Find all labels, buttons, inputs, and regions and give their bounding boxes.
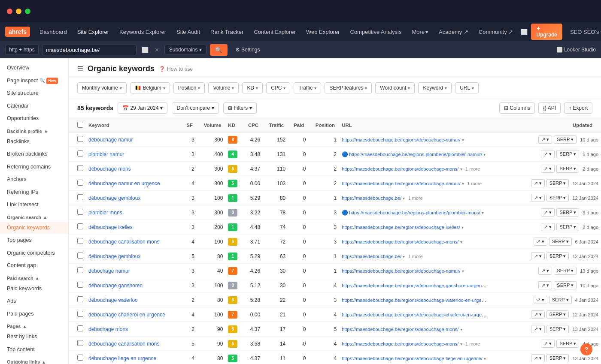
sidebar-item-backlinks[interactable]: Backlinks bbox=[0, 135, 68, 148]
trend-button[interactable]: ↗ ▾ bbox=[538, 135, 552, 144]
sidebar-item-link-intersect[interactable]: Link intersect bbox=[0, 199, 68, 211]
url-link[interactable]: https://maesdebouchage.be/regions/debouc… bbox=[342, 283, 488, 289]
sidebar-section-pages[interactable]: Pages ▲ bbox=[0, 320, 68, 331]
nav-site-explorer[interactable]: Site Explorer bbox=[73, 26, 113, 38]
export-button[interactable]: ↑ Export bbox=[564, 102, 592, 114]
url-filter[interactable]: URL ▾ bbox=[455, 82, 479, 93]
url-link[interactable]: https://maesdebouchage.be/ bbox=[342, 254, 401, 259]
nav-keywords-explorer[interactable]: Keywords Explorer bbox=[115, 26, 170, 38]
url-input[interactable] bbox=[42, 45, 137, 55]
sidebar-item-referring-domains[interactable]: Referring domains bbox=[0, 161, 68, 174]
row-checkbox[interactable] bbox=[77, 355, 83, 361]
keyword-link[interactable]: plombier mons bbox=[88, 210, 122, 216]
row-checkbox[interactable] bbox=[77, 136, 83, 142]
sidebar-section-paid[interactable]: Paid search ▲ bbox=[0, 272, 68, 283]
keyword-link[interactable]: débouchage canalisation mons bbox=[88, 239, 159, 245]
serp-button[interactable]: SERP ▾ bbox=[554, 135, 577, 144]
protocol-select[interactable]: http + https bbox=[5, 45, 39, 55]
trend-button[interactable]: ↗ ▾ bbox=[531, 179, 545, 187]
sidebar-item-opportunities[interactable]: Opportunities bbox=[0, 112, 68, 125]
serp-button[interactable]: SERP ▾ bbox=[556, 150, 579, 158]
serp-button[interactable]: SERP ▾ bbox=[556, 165, 579, 173]
th-volume[interactable]: Volume bbox=[197, 118, 225, 132]
row-checkbox[interactable] bbox=[77, 325, 83, 331]
search-button[interactable]: 🔍 bbox=[210, 44, 228, 56]
serp-button[interactable]: SERP ▾ bbox=[546, 325, 569, 333]
trend-button[interactable]: ↗ ▾ bbox=[538, 267, 552, 275]
serp-button[interactable]: SERP ▾ bbox=[556, 340, 579, 348]
nav-dashboard[interactable]: Dashboard bbox=[35, 26, 71, 38]
serp-button[interactable]: SERP ▾ bbox=[556, 223, 579, 231]
sidebar-item-referring-ips[interactable]: Referring IPs bbox=[0, 186, 68, 199]
row-checkbox[interactable] bbox=[77, 311, 83, 317]
url-dropdown-icon[interactable]: ▾ bbox=[462, 181, 464, 186]
sidebar-item-top-content[interactable]: Top content bbox=[0, 343, 68, 356]
th-traffic[interactable]: Traffic bbox=[263, 118, 288, 132]
url-link[interactable]: https://maesdebouchage.be/regions/debouc… bbox=[342, 137, 460, 142]
th-keyword[interactable]: Keyword bbox=[86, 118, 182, 132]
nav-more[interactable]: More ▾ bbox=[407, 26, 433, 38]
keyword-link[interactable]: debochage mons bbox=[88, 326, 128, 332]
nav-web-explorer[interactable]: Web Explorer bbox=[302, 26, 344, 38]
row-checkbox[interactable] bbox=[77, 150, 83, 156]
minimize-button[interactable] bbox=[16, 9, 21, 14]
serp-button[interactable]: SERP ▾ bbox=[546, 194, 569, 202]
nav-rank-tracker[interactable]: Rank Tracker bbox=[206, 26, 248, 38]
trend-button[interactable]: ↗ ▾ bbox=[534, 238, 547, 246]
keyword-link[interactable]: débouchage mons bbox=[88, 166, 131, 172]
url-link[interactable]: https://maesdebouchage.be/ bbox=[342, 196, 401, 201]
sidebar-item-ads[interactable]: Ads bbox=[0, 295, 68, 308]
subdomains-select[interactable]: Subdomains ▾ bbox=[164, 45, 206, 55]
more-link[interactable]: 1 more bbox=[408, 254, 423, 259]
trend-button[interactable]: ↗ ▾ bbox=[534, 296, 547, 304]
position-filter[interactable]: Position ▾ bbox=[173, 82, 205, 93]
country-filter[interactable]: 🇧🇪 Belgium ▾ bbox=[130, 82, 170, 93]
nav-competitive-analysis[interactable]: Competitive Analysis bbox=[346, 26, 406, 38]
looker-studio-button[interactable]: ⬜ Looker Studio bbox=[556, 47, 596, 53]
keyword-link[interactable]: débouchage gembloux bbox=[88, 195, 140, 201]
url-link[interactable]: https://maesdebouchage.be/regions/debouc… bbox=[342, 166, 458, 171]
sidebar-item-best-by-links[interactable]: Best by links bbox=[0, 331, 68, 343]
url-dropdown-icon[interactable]: ▾ bbox=[460, 167, 462, 171]
trend-button[interactable]: ↗ ▾ bbox=[531, 310, 545, 319]
url-link[interactable]: https://maesdebouchage.be/regions/debouc… bbox=[342, 225, 460, 230]
sidebar-item-content-gap[interactable]: Content gap bbox=[0, 259, 68, 272]
url-dropdown-icon[interactable]: ▾ bbox=[484, 356, 486, 361]
row-checkbox[interactable] bbox=[77, 209, 83, 215]
serp-button[interactable]: SERP ▾ bbox=[546, 179, 569, 187]
trend-button[interactable]: ↗ ▾ bbox=[531, 194, 545, 202]
url-link[interactable]: https://maesdebouchage.be/regions/debouc… bbox=[342, 312, 488, 318]
more-link[interactable]: 1 more bbox=[465, 341, 480, 346]
th-position[interactable]: Position bbox=[308, 118, 339, 132]
sidebar-item-organic-competitors[interactable]: Organic competitors bbox=[0, 247, 68, 260]
more-link[interactable]: 1 more bbox=[467, 181, 482, 186]
hamburger-icon[interactable]: ☰ bbox=[77, 65, 83, 73]
trend-button[interactable]: ↗ ▾ bbox=[531, 354, 545, 362]
settings-button[interactable]: ⚙ Settings bbox=[231, 45, 264, 54]
sidebar-item-paid-pages[interactable]: Paid pages bbox=[0, 308, 68, 321]
url-link[interactable]: https://maesdebouchage.be/regions-plombe… bbox=[349, 152, 482, 157]
url-link[interactable]: https://maesdebouchage.be/regions/debouc… bbox=[342, 356, 483, 361]
sidebar-item-top-pages[interactable]: Top pages bbox=[0, 234, 68, 247]
volume-filter[interactable]: Volume ▾ bbox=[208, 82, 239, 93]
url-link[interactable]: https://maesdebouchage.be/regions/debouc… bbox=[342, 327, 458, 332]
api-button[interactable]: {} API bbox=[538, 102, 561, 114]
url-link[interactable]: https://maesdebouchage.be/regions/debouc… bbox=[342, 341, 458, 346]
serp-features-filter[interactable]: SERP features ▾ bbox=[325, 82, 372, 93]
traffic-filter[interactable]: Traffic ▾ bbox=[294, 82, 321, 93]
serp-button[interactable]: SERP ▾ bbox=[556, 208, 579, 217]
url-dropdown-icon[interactable]: ▾ bbox=[462, 269, 464, 274]
close-url-icon[interactable]: ✕ bbox=[153, 46, 161, 54]
row-checkbox[interactable] bbox=[77, 340, 83, 346]
row-checkbox[interactable] bbox=[77, 223, 83, 229]
cpc-filter[interactable]: CPC ▾ bbox=[266, 82, 290, 93]
url-dropdown-icon[interactable]: ▾ bbox=[403, 254, 405, 259]
url-link[interactable]: https://maesdebouchage.be/regions/debouc… bbox=[342, 297, 488, 303]
keyword-link[interactable]: débouchage charleroi en urgence bbox=[88, 312, 165, 318]
date-button[interactable]: 📅 29 Jan 2024 ▾ bbox=[118, 102, 167, 114]
select-all-checkbox[interactable] bbox=[77, 122, 83, 128]
trend-button[interactable]: ↗ ▾ bbox=[541, 223, 555, 231]
sidebar-section-outgoing[interactable]: Outgoing links ▲ bbox=[0, 356, 68, 364]
kd-filter[interactable]: KD ▾ bbox=[242, 82, 263, 93]
keyword-link[interactable]: débouchage namur bbox=[88, 137, 133, 143]
